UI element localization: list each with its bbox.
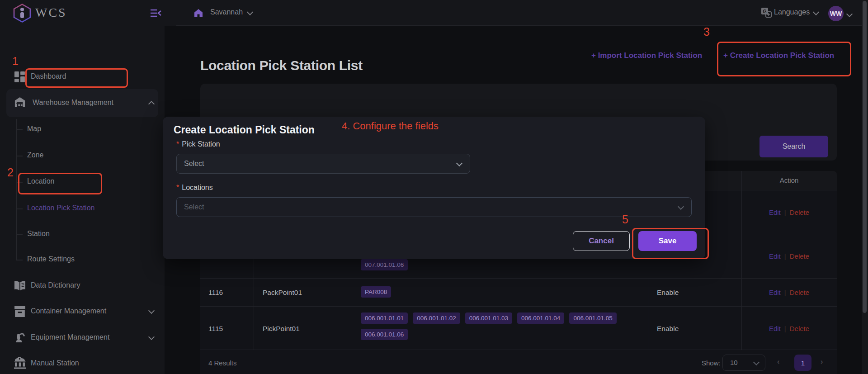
modal-pick-station-label: *Pick Station — [176, 140, 220, 148]
sidebar-item-route-settings[interactable]: Route Settings — [0, 255, 165, 264]
chevron-up-icon — [148, 101, 155, 107]
wcs-app: WCS Savannah G Languages WW — [0, 0, 868, 374]
row-actions: Edit|Delete — [741, 289, 837, 296]
scrollbar-thumb[interactable] — [863, 1, 867, 313]
next-page-button[interactable]: › — [821, 358, 823, 366]
location-tag: 006.001.01.05 — [569, 312, 616, 324]
location-tag: 006.001.01.06 — [361, 329, 408, 340]
robot-arm-icon — [14, 332, 26, 343]
delete-link[interactable]: Delete — [790, 289, 809, 296]
modal-pick-station-select[interactable]: Select — [176, 154, 470, 174]
location-tags: PAR008 — [361, 286, 632, 298]
location-tag: 006.001.01.02 — [413, 312, 460, 324]
field-label: Pick Station — [182, 140, 220, 148]
field-label: Locations — [182, 184, 213, 191]
sidebar-item-location-pick-station[interactable]: Location Pick Station — [0, 204, 165, 213]
delete-link[interactable]: Delete — [790, 325, 809, 332]
sidebar-item-dashboard[interactable]: Dashboard — [0, 66, 165, 87]
required-asterisk: * — [176, 184, 179, 191]
sidebar-item-zone[interactable]: Zone — [0, 151, 165, 160]
row-actions: Edit|Delete — [741, 325, 837, 332]
cell-name: PackPoint01 — [263, 289, 302, 297]
location-tag: 007.001.01.06 — [361, 259, 408, 270]
location-tags: 007.001.01.06 — [361, 259, 632, 270]
prev-page-button[interactable]: ‹ — [777, 358, 779, 366]
modal-locations-label: *Locations — [176, 184, 213, 192]
chevron-down-icon[interactable] — [846, 11, 853, 17]
chevron-down-icon — [148, 308, 155, 314]
translate-icon: G — [761, 7, 772, 18]
sidebar-item-station[interactable]: Station — [0, 230, 165, 239]
sidebar-item-label: Warehouse Management — [33, 99, 113, 107]
wcs-logo-icon — [13, 4, 32, 23]
sidebar: Dashboard Warehouse Management Map Zone … — [0, 26, 165, 374]
sidebar-item-label: Dashboard — [31, 72, 66, 80]
logo-text: WCS — [35, 5, 67, 20]
partial-menu-icon — [14, 356, 26, 361]
sidebar-item-label: Data Dictionary — [31, 281, 80, 289]
sidebar-item-data-dictionary[interactable]: Data Dictionary — [0, 275, 165, 296]
sidebar-item-equipment-management[interactable]: Equipment Management — [0, 327, 165, 348]
search-button[interactable]: Search — [760, 136, 828, 157]
sidebar-item-location[interactable]: Location — [0, 177, 165, 186]
cell-name: PickPoint01 — [263, 325, 300, 333]
create-location-pick-station-link[interactable]: + Create Location Pick Station — [723, 51, 834, 60]
page-size-value: 10 — [730, 359, 738, 366]
table-row: 1115 PickPoint01 006.001.01.01 006.001.0… — [200, 306, 837, 350]
sidebar-item-label: Location Pick Station — [27, 204, 94, 212]
sidebar-item-container-management[interactable]: Container Management — [0, 301, 165, 322]
sidebar-item-label: Station — [27, 230, 50, 238]
cell-id: 1116 — [208, 289, 223, 297]
chevron-down-icon — [456, 160, 462, 166]
delete-link[interactable]: Delete — [790, 252, 809, 260]
home-icon[interactable] — [194, 9, 203, 17]
results-count: 4 Results — [208, 359, 237, 367]
sidebar-item-label: Map — [27, 125, 41, 133]
edit-link[interactable]: Edit — [769, 208, 781, 216]
cell-id: 1115 — [208, 325, 223, 333]
cell-status: Enable — [657, 325, 679, 333]
row-actions: Edit|Delete — [741, 208, 837, 216]
container-icon — [14, 306, 26, 317]
location-tag: 006.001.01.03 — [465, 312, 512, 324]
modal-locations-select[interactable]: Select — [176, 197, 692, 217]
chevron-down-icon[interactable] — [247, 9, 253, 15]
sidebar-item-map[interactable]: Map — [0, 125, 165, 134]
sidebar-item-warehouse-management[interactable]: Warehouse Management — [0, 93, 165, 114]
header-divider — [176, 25, 868, 26]
submenu-tree-line — [16, 119, 17, 260]
edit-link[interactable]: Edit — [769, 289, 781, 296]
sidebar-item-label: Zone — [27, 151, 43, 159]
row-actions: Edit|Delete — [741, 252, 837, 260]
edit-link[interactable]: Edit — [769, 325, 781, 332]
chevron-down-icon — [678, 204, 684, 210]
avatar[interactable]: WW — [828, 6, 844, 21]
delete-link[interactable]: Delete — [790, 208, 809, 216]
location-tags: 006.001.01.01 006.001.01.02 006.001.01.0… — [361, 312, 632, 340]
cell-status: Enable — [657, 289, 679, 297]
warehouse-icon — [14, 97, 26, 108]
save-button[interactable]: Save — [638, 231, 697, 251]
select-placeholder: Select — [184, 203, 204, 211]
chevron-down-icon — [753, 359, 760, 365]
chevron-down-icon — [148, 334, 155, 340]
required-asterisk: * — [176, 140, 179, 148]
book-icon — [14, 280, 26, 291]
collapse-sidebar-icon[interactable] — [151, 9, 161, 17]
select-placeholder: Select — [184, 160, 204, 168]
project-selector[interactable]: Savannah — [210, 8, 243, 16]
sidebar-item-label: Manual Station — [31, 359, 79, 367]
edit-link[interactable]: Edit — [769, 252, 781, 260]
import-location-pick-station-link[interactable]: + Import Location Pick Station — [591, 51, 702, 60]
sidebar-item-label: Route Settings — [27, 255, 75, 263]
sidebar-item-label: Location — [27, 177, 55, 185]
table-row: 1116 PackPoint01 PAR008 Enable Edit|Dele… — [200, 278, 837, 307]
languages-menu[interactable]: Languages — [774, 8, 810, 16]
top-bar: WCS Savannah G Languages WW — [0, 0, 868, 26]
cancel-button[interactable]: Cancel — [573, 231, 630, 251]
chevron-down-icon[interactable] — [813, 9, 819, 15]
page-size-select[interactable]: 10 — [722, 355, 765, 371]
scrollbar-track — [862, 0, 868, 374]
page-number-button[interactable]: 1 — [794, 355, 811, 371]
sidebar-item-label: Equipment Management — [31, 333, 109, 341]
